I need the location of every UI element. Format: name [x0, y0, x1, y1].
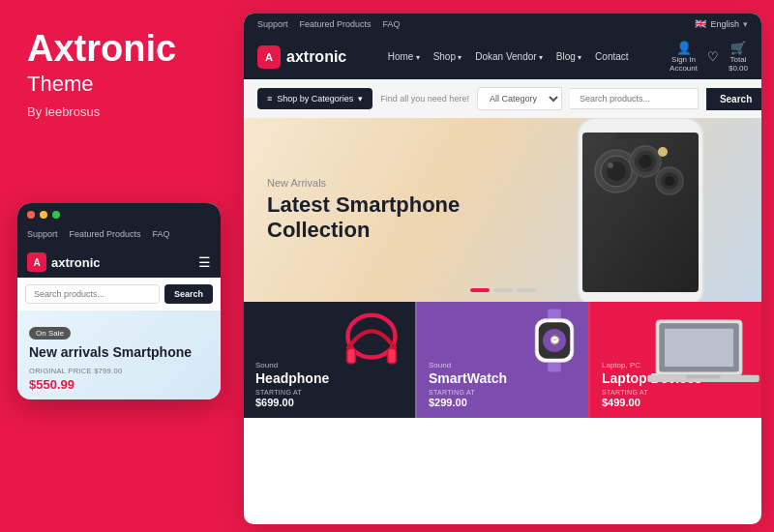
category-label: Shop by Categories	[277, 94, 353, 103]
nav-contact[interactable]: Contact	[595, 51, 628, 62]
utility-bar: Support Featured Products FAQ 🇬🇧 English…	[244, 14, 761, 34]
mobile-logo: A axtronic	[27, 252, 101, 272]
search-category-select[interactable]: All Category	[477, 87, 562, 110]
svg-rect-21	[548, 362, 561, 371]
nav-blog[interactable]: Blog	[556, 51, 581, 62]
mobile-preview-card: Support Featured Products FAQ A axtronic…	[17, 203, 221, 399]
product-price-smartwatch: $299.00	[429, 397, 577, 408]
smartwatch-image: ⌚	[525, 307, 583, 374]
mobile-search-input[interactable]	[25, 284, 160, 304]
brand-author: By leebrosus	[27, 104, 213, 119]
util-featured[interactable]: Featured Products	[300, 19, 372, 29]
svg-rect-31	[665, 329, 733, 367]
hero-title: Latest SmartphoneCollection	[267, 192, 460, 244]
nav-menu: Home Shop Dokan Vendor Blog Contact	[388, 51, 629, 62]
product-starting-smartwatch: STARTING AT	[429, 389, 577, 396]
phone-illustration	[520, 118, 752, 302]
brand-subtitle: Theme	[27, 72, 213, 97]
mobile-nav-featured[interactable]: Featured Products	[70, 229, 141, 239]
cart-total-label: Total	[730, 55, 747, 64]
svg-text:⌚: ⌚	[549, 334, 561, 346]
mobile-nav-support[interactable]: Support	[27, 229, 58, 239]
search-button-main[interactable]: Search	[706, 88, 761, 110]
products-row: Sound Headphone STARTING AT $699.00 ⌚ So…	[244, 302, 761, 418]
hero-text-area: New Arrivals Latest SmartphoneCollection	[244, 158, 483, 263]
mobile-hero-original-price: ORIGINAL PRICE $799.00	[29, 367, 209, 375]
mobile-search-bar: Search	[17, 278, 221, 310]
product-starting-headphone: STARTING AT	[255, 389, 403, 396]
brand-title: Axtronic	[27, 29, 213, 70]
signin-label: Sign In	[671, 55, 696, 64]
nav-home[interactable]: Home	[388, 51, 420, 62]
category-button[interactable]: ≡ Shop by Categories ▾	[257, 88, 372, 109]
nav-logo-icon: A	[257, 45, 281, 69]
mobile-logo-icon: A	[27, 252, 46, 272]
product-starting-laptop: STARTING AT	[602, 389, 750, 396]
mobile-top-bar	[17, 203, 221, 224]
svg-rect-14	[616, 133, 655, 140]
headphone-image	[338, 307, 405, 374]
category-arrow: ▾	[358, 94, 363, 103]
mobile-logo-bar: A axtronic ☰	[17, 247, 221, 278]
search-input-main[interactable]	[570, 88, 699, 109]
nav-shop[interactable]: Shop	[433, 51, 462, 62]
nav-actions: 👤 Sign In Account ♡ 🛒 Total $0.00	[670, 41, 748, 73]
product-card-laptop[interactable]: Laptop, PC Laptop Devices STARTING AT $4…	[588, 302, 761, 418]
cart-icon: 🛒	[730, 41, 746, 55]
svg-rect-18	[348, 349, 355, 363]
user-icon: 👤	[676, 41, 692, 55]
main-nav: A axtronic Home Shop Dokan Vendor Blog C…	[244, 34, 761, 79]
mobile-nav-faq[interactable]: FAQ	[153, 229, 170, 239]
dot-red	[27, 211, 35, 219]
search-hint: Find all you need here!	[380, 94, 469, 103]
product-price-headphone: $699.00	[255, 397, 403, 408]
on-sale-badge: On Sale	[29, 327, 71, 340]
hero-dot-3[interactable]	[517, 288, 536, 292]
svg-rect-13	[582, 133, 699, 292]
util-right: 🇬🇧 English ▾	[695, 18, 748, 29]
nav-wishlist[interactable]: ♡	[707, 49, 719, 64]
product-card-headphone[interactable]: Sound Headphone STARTING AT $699.00	[244, 302, 415, 418]
lang-selector[interactable]: English	[710, 19, 739, 29]
main-area: Support Featured Products FAQ 🇬🇧 English…	[244, 14, 761, 524]
svg-rect-19	[389, 349, 396, 363]
hero-dot-1[interactable]	[470, 288, 490, 292]
svg-rect-20	[548, 309, 561, 318]
nav-signin[interactable]: 👤 Sign In Account	[670, 41, 698, 73]
nav-logo-text: axtronic	[286, 48, 346, 66]
util-faq[interactable]: FAQ	[383, 19, 401, 29]
util-support[interactable]: Support	[257, 19, 288, 29]
hero-dot-2[interactable]	[493, 288, 513, 292]
left-panel: Axtronic Theme By leebrosus Support Feat…	[0, 0, 240, 532]
mobile-logo-text[interactable]: axtronic	[51, 255, 101, 270]
hero-banner: New Arrivals Latest SmartphoneCollection	[244, 118, 761, 302]
search-row: ≡ Shop by Categories ▾ Find all you need…	[244, 79, 761, 118]
cart-amount: $0.00	[729, 64, 748, 73]
dot-yellow	[40, 211, 47, 219]
mobile-hero-title: New arrivals Smartphone	[29, 344, 209, 361]
nav-logo[interactable]: A axtronic	[257, 45, 346, 69]
util-links: Support Featured Products FAQ	[257, 19, 401, 29]
hamburger-icon[interactable]: ☰	[198, 254, 211, 270]
svg-rect-30	[686, 375, 721, 379]
nav-cart[interactable]: 🛒 Total $0.00	[729, 41, 748, 73]
product-card-smartwatch[interactable]: ⌚ Sound SmartWatch STARTING AT $299.00	[415, 302, 588, 418]
laptop-image	[645, 311, 761, 389]
mobile-search-button[interactable]: Search	[164, 284, 213, 304]
account-label: Account	[670, 64, 698, 73]
dot-green	[52, 211, 60, 219]
mobile-nav: Support Featured Products FAQ	[17, 224, 221, 247]
hero-dots	[470, 288, 536, 292]
heart-icon: ♡	[707, 49, 719, 64]
mobile-hero-sale-price: $550.99	[29, 377, 209, 392]
nav-dokan[interactable]: Dokan Vendor	[475, 51, 543, 62]
hero-subtitle: New Arrivals	[267, 177, 460, 189]
category-icon: ≡	[267, 94, 272, 103]
mobile-hero: On Sale New arrivals Smartphone ORIGINAL…	[17, 310, 221, 399]
product-price-laptop: $499.00	[602, 397, 750, 408]
